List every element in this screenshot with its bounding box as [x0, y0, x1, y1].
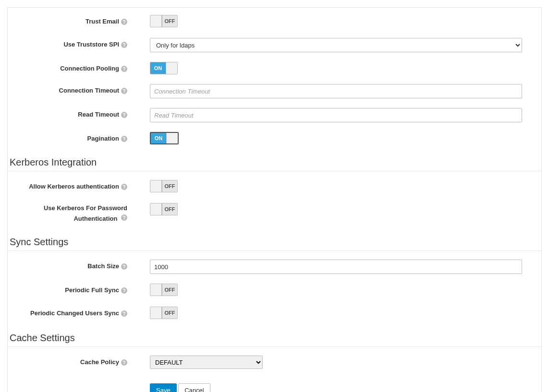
row-allow-kerberos: Allow Kerberos authentication OFF — [8, 180, 541, 193]
help-icon[interactable] — [121, 42, 127, 48]
periodic-full-sync-toggle[interactable]: OFF — [150, 284, 178, 296]
read-timeout-input[interactable] — [150, 108, 522, 122]
help-icon[interactable] — [121, 359, 127, 366]
cache-policy-select[interactable]: DEFAULT — [150, 356, 263, 369]
row-batch-size: Batch Size — [8, 260, 541, 274]
help-icon[interactable] — [121, 214, 127, 221]
label-connection-timeout: Connection Timeout — [8, 84, 133, 94]
help-icon[interactable] — [121, 310, 127, 317]
label-kerberos-pw: Use Kerberos For PasswordAuthentication — [8, 203, 133, 224]
help-icon[interactable] — [121, 184, 127, 190]
row-read-timeout: Read Timeout — [8, 108, 541, 122]
label-cache-policy: Cache Policy — [8, 356, 133, 366]
label-allow-kerberos: Allow Kerberos authentication — [8, 180, 133, 190]
truststore-spi-select[interactable]: Only for ldaps — [150, 38, 522, 52]
pagination-toggle[interactable]: ON — [150, 132, 179, 144]
section-kerberos: Kerberos Integration — [8, 154, 541, 171]
label-truststore-spi: Use Truststore SPI — [8, 38, 133, 48]
row-trust-email: Trust Email OFF — [8, 15, 541, 28]
row-periodic-full-sync: Periodic Full Sync OFF — [8, 284, 541, 297]
help-icon[interactable] — [121, 112, 127, 118]
label-periodic-full-sync: Periodic Full Sync — [8, 284, 133, 294]
help-icon[interactable] — [121, 66, 127, 72]
label-periodic-changed-sync: Periodic Changed Users Sync — [8, 307, 133, 317]
label-read-timeout: Read Timeout — [8, 108, 133, 118]
row-connection-timeout: Connection Timeout — [8, 84, 541, 98]
save-button[interactable]: Save — [150, 383, 177, 392]
batch-size-input[interactable] — [150, 260, 522, 274]
label-trust-email: Trust Email — [8, 15, 133, 25]
help-icon[interactable] — [121, 88, 127, 94]
trust-email-toggle[interactable]: OFF — [150, 15, 178, 27]
cancel-button[interactable]: Cancel — [178, 383, 210, 392]
connection-timeout-input[interactable] — [150, 84, 522, 98]
help-icon[interactable] — [121, 19, 127, 25]
allow-kerberos-toggle[interactable]: OFF — [150, 180, 178, 192]
periodic-changed-sync-toggle[interactable]: OFF — [150, 307, 178, 319]
label-connection-pooling: Connection Pooling — [8, 62, 133, 72]
kerberos-pw-toggle[interactable]: OFF — [150, 203, 178, 215]
row-connection-pooling: Connection Pooling ON — [8, 62, 541, 74]
help-icon[interactable] — [121, 287, 127, 294]
section-sync: Sync Settings — [8, 234, 541, 251]
help-icon[interactable] — [121, 136, 127, 142]
row-cache-policy: Cache Policy DEFAULT — [8, 356, 541, 369]
row-periodic-changed-sync: Periodic Changed Users Sync OFF — [8, 307, 541, 320]
label-batch-size: Batch Size — [8, 260, 133, 270]
section-cache: Cache Settings — [8, 330, 541, 347]
form-actions: Save Cancel — [8, 383, 541, 392]
help-icon[interactable] — [121, 263, 127, 270]
settings-panel: Trust Email OFF Use Truststore SPI Only … — [7, 7, 542, 392]
connection-pooling-toggle[interactable]: ON — [150, 62, 178, 74]
row-kerberos-pw: Use Kerberos For PasswordAuthentication … — [8, 203, 541, 224]
row-truststore-spi: Use Truststore SPI Only for ldaps — [8, 38, 541, 52]
row-pagination: Pagination ON — [8, 132, 541, 144]
label-pagination: Pagination — [8, 132, 133, 142]
